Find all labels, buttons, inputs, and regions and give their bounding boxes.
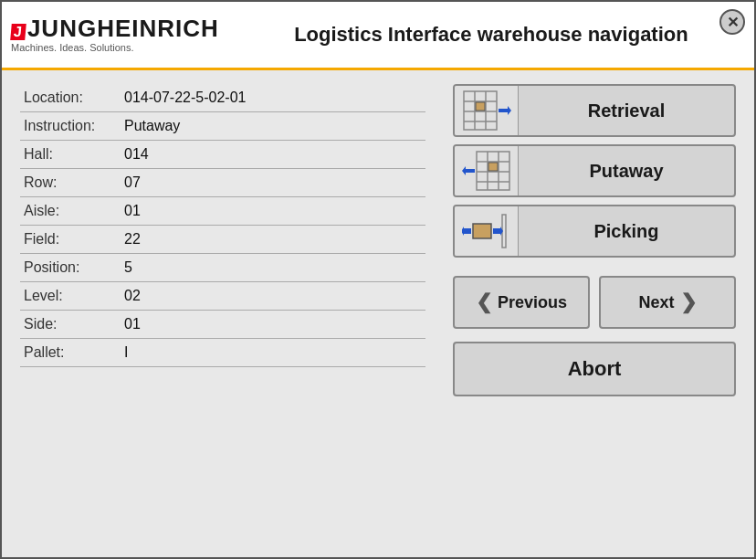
putaway-icon [455, 146, 519, 195]
logo-icon: J [10, 24, 26, 40]
logo-tagline: Machines. Ideas. Solutions. [11, 42, 134, 53]
svg-marker-15 [462, 166, 475, 175]
next-chevron-icon: ❯ [680, 290, 697, 314]
retrieval-label: Retrieval [519, 100, 734, 121]
row-label: Aisle: [20, 197, 121, 226]
info-panel: Location:014-07-22-5-02-01Instruction:Pu… [20, 84, 425, 543]
right-panel: Retrieval [453, 84, 736, 543]
row-value: Putaway [121, 112, 425, 141]
row-label: Location: [20, 84, 121, 112]
close-button[interactable]: ✕ [719, 9, 745, 35]
table-row: Position:5 [20, 254, 425, 282]
content-area: Location:014-07-22-5-02-01Instruction:Pu… [2, 70, 754, 557]
table-row: Location:014-07-22-5-02-01 [20, 84, 425, 112]
row-value: 07 [121, 169, 425, 197]
info-table: Location:014-07-22-5-02-01Instruction:Pu… [20, 84, 425, 367]
row-value: 01 [121, 311, 425, 339]
putaway-button[interactable]: Putaway [453, 144, 736, 197]
table-row: Row:07 [20, 169, 425, 197]
svg-rect-17 [473, 224, 491, 238]
row-label: Field: [20, 226, 121, 254]
row-value: 22 [121, 226, 425, 254]
picking-icon [455, 206, 519, 256]
previous-chevron-icon: ❮ [476, 290, 492, 314]
svg-rect-14 [488, 163, 498, 171]
row-label: Hall: [20, 141, 121, 169]
table-row: Hall:014 [20, 141, 425, 169]
abort-button[interactable]: Abort [453, 342, 736, 396]
table-row: Side:01 [20, 311, 425, 339]
page-title: Logistics Interface warehouse navigation [237, 23, 745, 47]
picking-label: Picking [519, 221, 734, 242]
row-value: I [121, 339, 425, 367]
row-label: Instruction: [20, 112, 121, 141]
table-row: Level:02 [20, 282, 425, 311]
retrieval-button[interactable]: Retrieval [453, 84, 736, 137]
table-row: Field:22 [20, 226, 425, 254]
svg-marker-19 [462, 227, 471, 236]
row-label: Position: [20, 254, 121, 282]
row-value: 014-07-22-5-02-01 [121, 84, 425, 112]
row-label: Level: [20, 282, 121, 311]
abort-label: Abort [568, 357, 622, 381]
putaway-label: Putaway [519, 161, 734, 182]
previous-button[interactable]: ❮ Previous [453, 276, 590, 329]
row-label: Row: [20, 169, 121, 197]
next-label: Next [638, 293, 674, 312]
header: JJUNGHEINRICH Machines. Ideas. Solutions… [2, 2, 754, 70]
navigation-row: ❮ Previous Next ❯ [453, 276, 736, 329]
table-row: Instruction:Putaway [20, 112, 425, 141]
main-window: JJUNGHEINRICH Machines. Ideas. Solutions… [0, 0, 756, 559]
table-row: Pallet:I [20, 339, 425, 367]
logo-text: JJUNGHEINRICH [11, 16, 219, 40]
retrieval-icon [455, 86, 519, 135]
row-value: 5 [121, 254, 425, 282]
table-row: Aisle:01 [20, 197, 425, 226]
row-label: Pallet: [20, 339, 121, 367]
row-value: 01 [121, 197, 425, 226]
next-button[interactable]: Next ❯ [599, 276, 736, 329]
svg-marker-7 [499, 106, 511, 115]
logo-area: JJUNGHEINRICH Machines. Ideas. Solutions… [11, 16, 219, 53]
picking-button[interactable]: Picking [453, 205, 736, 258]
svg-rect-6 [476, 102, 485, 111]
row-value: 02 [121, 282, 425, 311]
row-label: Side: [20, 311, 121, 339]
previous-label: Previous [498, 293, 567, 312]
row-value: 014 [121, 141, 425, 169]
